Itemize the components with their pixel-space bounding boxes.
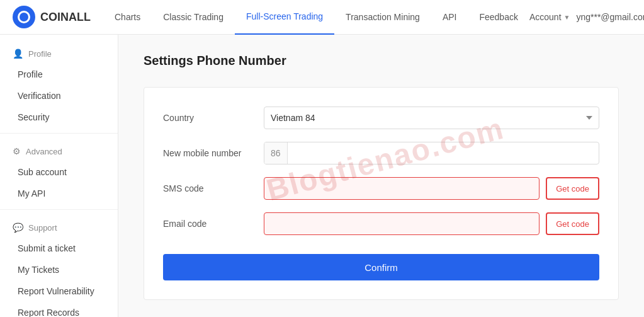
mobile-input-group: 86 (264, 142, 599, 164)
sidebar-item-profile[interactable]: Profile (0, 64, 118, 85)
mobile-row: New mobile number 86 (163, 142, 599, 164)
mobile-prefix: 86 (264, 142, 288, 164)
email-get-code-button[interactable]: Get code (546, 212, 599, 235)
nav-charts[interactable]: Charts (103, 0, 152, 35)
sidebar-item-verification[interactable]: Verification (0, 85, 118, 107)
sms-row: SMS code Get code (163, 177, 599, 200)
account-dropdown[interactable]: Account ▼ (529, 12, 570, 22)
sidebar-advanced-section: ⚙ Advanced (0, 139, 118, 161)
sidebar-profile-label: Profile (28, 49, 52, 59)
sidebar: 👤 Profile Profile Verification Security … (0, 35, 118, 317)
mobile-label: New mobile number (163, 148, 264, 158)
country-row: Country Vietnam 84 (163, 107, 599, 129)
logo[interactable]: COINALL (13, 6, 91, 28)
nav-links: Charts Classic Trading Full-Screen Tradi… (103, 0, 529, 35)
sidebar-divider-1 (0, 133, 118, 134)
nav-right: Account ▼ yng***@gmail.com ▼ (529, 12, 644, 22)
account-chevron-icon: ▼ (564, 14, 570, 21)
nav-transaction-mining[interactable]: Transaction Mining (334, 0, 431, 35)
page-title: Settings Phone Number (144, 54, 619, 68)
navbar: COINALL Charts Classic Trading Full-Scre… (0, 0, 644, 35)
user-icon: 👤 (13, 49, 23, 59)
settings-form: Country Vietnam 84 New mobile number 86 (144, 87, 619, 300)
email-dropdown[interactable]: yng***@gmail.com ▼ (576, 12, 644, 22)
logo-icon (13, 6, 35, 28)
email-control: Get code (264, 212, 599, 235)
sidebar-item-security[interactable]: Security (0, 107, 118, 128)
sms-code-input[interactable] (264, 177, 539, 200)
sidebar-support-section: 💬 Support (0, 215, 118, 238)
country-label: Country (163, 113, 264, 123)
nav-classic-trading[interactable]: Classic Trading (152, 0, 235, 35)
sidebar-profile-section: 👤 Profile (0, 41, 118, 64)
email-code-label: Email code (163, 219, 264, 229)
mobile-control: 86 (264, 142, 599, 164)
sidebar-item-sub-account[interactable]: Sub account (0, 161, 118, 183)
sidebar-support-label: Support (28, 223, 57, 233)
sms-label: SMS code (163, 183, 264, 193)
sidebar-advanced-label: Advanced (26, 147, 62, 156)
sidebar-divider-2 (0, 209, 118, 210)
content-area: Blogtienao.com Settings Phone Number Cou… (118, 35, 644, 317)
nav-feedback[interactable]: Feedback (468, 0, 529, 35)
advanced-icon: ⚙ (13, 146, 21, 156)
nav-fullscreen-trading[interactable]: Full-Screen Trading (235, 0, 334, 35)
sms-get-code-button[interactable]: Get code (546, 177, 599, 200)
sidebar-item-submit-ticket[interactable]: Submit a ticket (0, 238, 118, 259)
user-email: yng***@gmail.com (576, 12, 644, 22)
logo-text: COINALL (40, 11, 91, 24)
nav-api[interactable]: API (431, 0, 468, 35)
email-code-input[interactable] (264, 212, 539, 235)
country-control: Vietnam 84 (264, 107, 599, 129)
sidebar-item-report-records[interactable]: Report Records (0, 302, 118, 317)
email-row: Email code Get code (163, 212, 599, 235)
account-label: Account (529, 12, 562, 22)
main-layout: 👤 Profile Profile Verification Security … (0, 35, 644, 317)
support-icon: 💬 (13, 222, 23, 233)
sidebar-item-my-tickets[interactable]: My Tickets (0, 259, 118, 280)
sidebar-item-my-api[interactable]: My API (0, 183, 118, 204)
country-select[interactable]: Vietnam 84 (264, 107, 599, 129)
sms-control: Get code (264, 177, 599, 200)
mobile-input[interactable] (288, 148, 599, 158)
sidebar-item-report-vulnerability[interactable]: Report Vulnerability (0, 280, 118, 302)
confirm-button[interactable]: Confirm (163, 254, 599, 280)
